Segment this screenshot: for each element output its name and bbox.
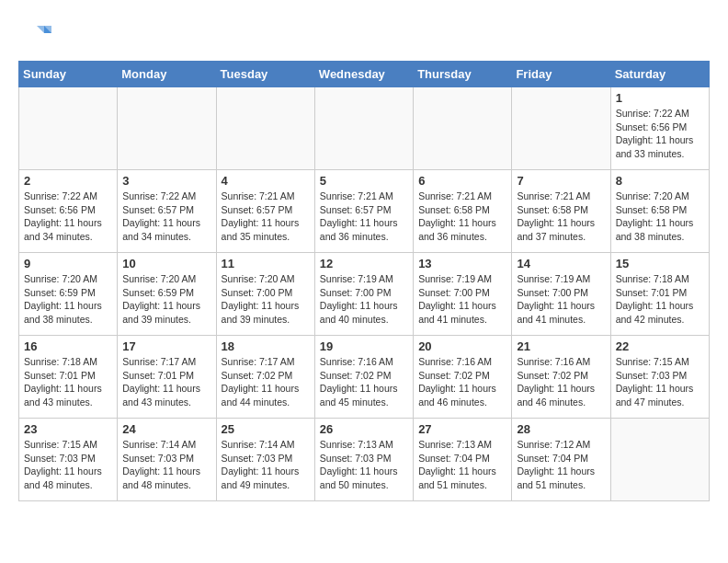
day-info: Sunrise: 7:21 AM Sunset: 6:58 PM Dayligh… [517,190,605,244]
day-number: 10 [122,257,210,270]
day-number: 6 [418,174,506,188]
day-info: Sunrise: 7:22 AM Sunset: 6:57 PM Dayligh… [122,190,210,244]
calendar-cell: 14Sunrise: 7:19 AM Sunset: 7:00 PM Dayli… [512,253,610,336]
day-info: Sunrise: 7:22 AM Sunset: 6:56 PM Dayligh… [616,107,704,161]
calendar-week-5: 23Sunrise: 7:15 AM Sunset: 7:03 PM Dayli… [19,419,710,501]
day-number: 17 [122,339,210,353]
calendar-cell: 12Sunrise: 7:19 AM Sunset: 7:00 PM Dayli… [314,253,413,336]
day-info: Sunrise: 7:19 AM Sunset: 7:00 PM Dayligh… [320,272,408,327]
calendar-week-4: 16Sunrise: 7:18 AM Sunset: 7:01 PM Dayli… [19,336,710,419]
col-header-sunday: Sunday [19,62,118,87]
col-header-tuesday: Tuesday [216,62,314,87]
day-number: 28 [517,422,605,436]
day-number: 12 [320,257,408,270]
calendar-cell: 1Sunrise: 7:22 AM Sunset: 6:56 PM Daylig… [610,87,709,170]
day-number: 3 [122,174,210,188]
calendar-cell: 8Sunrise: 7:20 AM Sunset: 6:58 PM Daylig… [610,170,709,253]
day-info: Sunrise: 7:16 AM Sunset: 7:02 PM Dayligh… [517,355,605,409]
day-number: 1 [616,91,704,105]
day-info: Sunrise: 7:19 AM Sunset: 7:00 PM Dayligh… [517,272,605,327]
day-info: Sunrise: 7:16 AM Sunset: 7:02 PM Dayligh… [418,355,506,409]
page-header [18,18,710,52]
calendar-cell: 23Sunrise: 7:15 AM Sunset: 7:03 PM Dayli… [19,419,118,501]
calendar-cell: 26Sunrise: 7:13 AM Sunset: 7:03 PM Dayli… [314,419,413,501]
day-info: Sunrise: 7:15 AM Sunset: 7:03 PM Dayligh… [616,355,704,409]
calendar-cell [314,87,413,170]
col-header-saturday: Saturday [610,62,709,87]
calendar-cell: 4Sunrise: 7:21 AM Sunset: 6:57 PM Daylig… [216,170,314,253]
calendar-cell: 28Sunrise: 7:12 AM Sunset: 7:04 PM Dayli… [512,419,610,501]
calendar-cell: 18Sunrise: 7:17 AM Sunset: 7:02 PM Dayli… [216,336,314,419]
day-number: 14 [517,257,605,270]
day-number: 26 [320,422,408,436]
calendar-header-row: SundayMondayTuesdayWednesdayThursdayFrid… [19,62,710,87]
calendar-cell [414,87,512,170]
day-info: Sunrise: 7:18 AM Sunset: 7:01 PM Dayligh… [24,355,112,409]
calendar-cell: 10Sunrise: 7:20 AM Sunset: 6:59 PM Dayli… [118,253,216,336]
day-number: 8 [616,174,704,188]
day-info: Sunrise: 7:17 AM Sunset: 7:01 PM Dayligh… [122,355,210,409]
calendar-cell [512,87,610,170]
day-number: 5 [320,174,408,188]
col-header-thursday: Thursday [414,62,512,87]
calendar-cell: 17Sunrise: 7:17 AM Sunset: 7:01 PM Dayli… [118,336,216,419]
day-info: Sunrise: 7:18 AM Sunset: 7:01 PM Dayligh… [616,272,704,327]
day-info: Sunrise: 7:13 AM Sunset: 7:04 PM Dayligh… [418,438,506,492]
calendar-cell: 2Sunrise: 7:22 AM Sunset: 6:56 PM Daylig… [19,170,118,253]
day-number: 16 [24,339,112,353]
day-info: Sunrise: 7:20 AM Sunset: 6:58 PM Dayligh… [616,190,704,244]
day-number: 7 [517,174,605,188]
calendar-cell: 19Sunrise: 7:16 AM Sunset: 7:02 PM Dayli… [314,336,413,419]
day-info: Sunrise: 7:19 AM Sunset: 7:00 PM Dayligh… [418,272,506,327]
logo-icon [18,18,51,52]
calendar-cell [19,87,118,170]
col-header-friday: Friday [512,62,610,87]
calendar-cell: 11Sunrise: 7:20 AM Sunset: 7:00 PM Dayli… [216,253,314,336]
calendar-cell: 7Sunrise: 7:21 AM Sunset: 6:58 PM Daylig… [512,170,610,253]
logo [18,18,55,52]
calendar-cell: 9Sunrise: 7:20 AM Sunset: 6:59 PM Daylig… [19,253,118,336]
day-info: Sunrise: 7:16 AM Sunset: 7:02 PM Dayligh… [320,355,408,409]
calendar-cell: 22Sunrise: 7:15 AM Sunset: 7:03 PM Dayli… [610,336,709,419]
calendar-cell: 27Sunrise: 7:13 AM Sunset: 7:04 PM Dayli… [414,419,512,501]
day-number: 21 [517,339,605,353]
calendar-week-3: 9Sunrise: 7:20 AM Sunset: 6:59 PM Daylig… [19,253,710,336]
calendar-cell: 15Sunrise: 7:18 AM Sunset: 7:01 PM Dayli… [610,253,709,336]
calendar-cell: 21Sunrise: 7:16 AM Sunset: 7:02 PM Dayli… [512,336,610,419]
calendar-cell: 6Sunrise: 7:21 AM Sunset: 6:58 PM Daylig… [414,170,512,253]
day-number: 27 [418,422,506,436]
day-info: Sunrise: 7:22 AM Sunset: 6:56 PM Dayligh… [24,190,112,244]
svg-rect-0 [18,18,51,52]
day-number: 18 [222,339,310,353]
day-number: 11 [222,257,310,270]
day-info: Sunrise: 7:12 AM Sunset: 7:04 PM Dayligh… [517,438,605,492]
day-info: Sunrise: 7:13 AM Sunset: 7:03 PM Dayligh… [320,438,408,492]
col-header-wednesday: Wednesday [314,62,413,87]
calendar-cell: 3Sunrise: 7:22 AM Sunset: 6:57 PM Daylig… [118,170,216,253]
calendar-table: SundayMondayTuesdayWednesdayThursdayFrid… [18,61,710,501]
day-info: Sunrise: 7:20 AM Sunset: 6:59 PM Dayligh… [24,272,112,327]
day-info: Sunrise: 7:20 AM Sunset: 6:59 PM Dayligh… [122,272,210,327]
day-info: Sunrise: 7:15 AM Sunset: 7:03 PM Dayligh… [24,438,112,492]
calendar-cell: 20Sunrise: 7:16 AM Sunset: 7:02 PM Dayli… [414,336,512,419]
day-number: 13 [418,257,506,270]
calendar-week-2: 2Sunrise: 7:22 AM Sunset: 6:56 PM Daylig… [19,170,710,253]
day-number: 4 [222,174,310,188]
day-info: Sunrise: 7:21 AM Sunset: 6:58 PM Dayligh… [418,190,506,244]
day-number: 20 [418,339,506,353]
calendar-cell: 16Sunrise: 7:18 AM Sunset: 7:01 PM Dayli… [19,336,118,419]
day-number: 25 [222,422,310,436]
col-header-monday: Monday [118,62,216,87]
day-number: 19 [320,339,408,353]
day-number: 23 [24,422,112,436]
day-number: 2 [24,174,112,188]
day-info: Sunrise: 7:21 AM Sunset: 6:57 PM Dayligh… [320,190,408,244]
day-info: Sunrise: 7:14 AM Sunset: 7:03 PM Dayligh… [222,438,310,492]
calendar-week-1: 1Sunrise: 7:22 AM Sunset: 6:56 PM Daylig… [19,87,710,170]
day-number: 15 [616,257,704,270]
calendar-cell [216,87,314,170]
day-info: Sunrise: 7:17 AM Sunset: 7:02 PM Dayligh… [222,355,310,409]
calendar-cell [118,87,216,170]
calendar-cell [610,419,709,501]
calendar-cell: 13Sunrise: 7:19 AM Sunset: 7:00 PM Dayli… [414,253,512,336]
